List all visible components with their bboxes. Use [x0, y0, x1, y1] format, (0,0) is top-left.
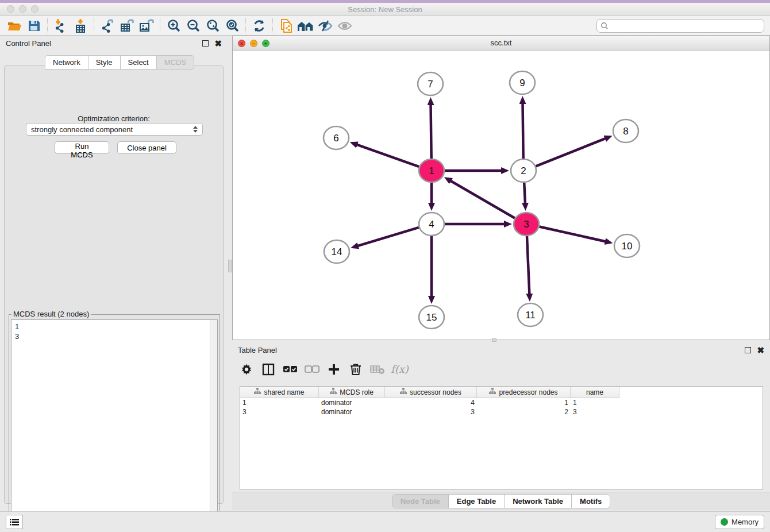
tab-edge-table[interactable]: Edge Table — [449, 495, 505, 508]
select-all-checks-button[interactable] — [280, 360, 300, 380]
cell-predecessor-nodes[interactable]: 2 — [477, 408, 571, 416]
table-row[interactable]: 1dominator411 — [240, 398, 763, 407]
graph-edge-2-3[interactable] — [524, 183, 525, 205]
tab-select[interactable]: Select — [120, 55, 156, 70]
tab-network-table[interactable]: Network Table — [505, 495, 572, 508]
float-panel-icon[interactable] — [202, 40, 209, 47]
zoom-out-button[interactable] — [183, 17, 203, 34]
node-label: 9 — [519, 78, 525, 88]
graph-edge-2-8[interactable] — [536, 138, 607, 167]
tab-node-table[interactable]: Node Table — [392, 495, 449, 508]
close-panel-icon[interactable]: ✖ — [214, 40, 222, 47]
zoom-in-button[interactable] — [164, 17, 183, 34]
graph-edge-1-6[interactable] — [355, 144, 419, 167]
result-scrollbar[interactable] — [210, 320, 217, 529]
graph-node-10[interactable]: 10 — [614, 234, 640, 257]
apply-layout-icon — [252, 19, 266, 33]
memory-button[interactable]: Memory — [715, 515, 764, 529]
cell-MCDS-role[interactable]: dominator — [319, 408, 385, 416]
column-header-name[interactable]: name — [571, 387, 619, 398]
cell-shared-name[interactable]: 1 — [240, 399, 319, 407]
control-panel-tabs: NetworkStyleSelectMCDS — [45, 55, 194, 70]
cell-shared-name[interactable]: 3 — [240, 408, 319, 416]
zoom-fit-button[interactable] — [203, 17, 222, 34]
graph-node-8[interactable]: 8 — [613, 119, 638, 142]
cell-name[interactable]: 3 — [571, 408, 619, 416]
clear-checks-button[interactable] — [302, 360, 322, 380]
search-input[interactable] — [609, 20, 764, 32]
mcds-result-textarea[interactable]: 1 3 — [11, 319, 218, 529]
graph-node-15[interactable]: 15 — [419, 306, 444, 329]
column-label: shared name — [264, 388, 304, 396]
zoom-selected-button[interactable] — [222, 17, 242, 34]
graph-node-11[interactable]: 11 — [518, 303, 543, 326]
node-table[interactable]: shared nameMCDS rolesuccessor nodesprede… — [240, 386, 763, 489]
hide-panels-button[interactable] — [315, 17, 335, 34]
export-table-button[interactable] — [117, 17, 137, 34]
toolbar-separator — [272, 18, 273, 33]
cell-name[interactable]: 1 — [571, 399, 619, 407]
apply-layout-button[interactable] — [249, 17, 269, 34]
graph-node-6[interactable]: 6 — [324, 126, 349, 149]
graph-node-2[interactable]: 2 — [511, 159, 536, 182]
network-graph: 7968124314101511 — [233, 51, 769, 340]
columns-button[interactable] — [259, 360, 278, 380]
close-panel-button[interactable]: Close panel — [117, 141, 176, 154]
control-panel-title: Control Panel — [6, 39, 202, 48]
task-history-button[interactable] — [6, 515, 23, 529]
vertical-splitter[interactable] — [228, 36, 232, 511]
graph-edge-2-9[interactable] — [523, 102, 523, 159]
column-header-shared-name[interactable]: shared name — [240, 387, 319, 398]
search-field[interactable] — [596, 19, 764, 33]
graph-node-3[interactable]: 3 — [514, 213, 539, 236]
search-icon — [600, 22, 609, 30]
cell-MCDS-role[interactable]: dominator — [319, 399, 385, 407]
graph-edge-3-1[interactable] — [449, 180, 515, 218]
table-close-panel-icon[interactable]: ✖ — [757, 347, 764, 353]
first-neighbors-button[interactable] — [296, 17, 315, 34]
graph-edge-3-10[interactable] — [540, 227, 607, 242]
tab-motifs[interactable]: Motifs — [572, 495, 610, 508]
import-network-button[interactable] — [51, 17, 71, 34]
export-network-button[interactable] — [98, 17, 117, 34]
delete-row-icon — [350, 363, 361, 377]
show-graphics-details-button[interactable] — [335, 17, 355, 34]
graph-edge-4-14[interactable] — [356, 228, 419, 246]
graph-edge-1-7[interactable] — [431, 103, 432, 159]
tab-style[interactable]: Style — [88, 55, 120, 70]
tab-network[interactable]: Network — [45, 55, 88, 70]
open-session-button[interactable] — [5, 17, 24, 34]
node-label: 4 — [429, 219, 434, 230]
table-toolbar: f(x) — [237, 357, 409, 383]
network-canvas[interactable]: 7968124314101511 — [233, 51, 769, 340]
gear-button[interactable] — [237, 360, 256, 380]
column-header-predecessor-nodes[interactable]: predecessor nodes — [477, 387, 571, 398]
export-image-button[interactable] — [137, 17, 156, 34]
column-header-successor-nodes[interactable]: successor nodes — [385, 387, 477, 398]
graph-node-9[interactable]: 9 — [510, 71, 535, 94]
cell-successor-nodes[interactable]: 3 — [385, 408, 477, 416]
app-titlebar: Session: New Session — [0, 3, 770, 16]
horizontal-splitter-handle[interactable] — [492, 338, 496, 342]
graph-node-1[interactable]: 1 — [419, 159, 444, 182]
vertical-splitter-handle[interactable] — [228, 260, 232, 272]
tab-mcds[interactable]: MCDS — [156, 55, 194, 70]
run-mcds-button[interactable]: Run MCDS — [55, 141, 109, 154]
status-bar: Memory — [0, 511, 770, 532]
graph-node-14[interactable]: 14 — [324, 240, 349, 263]
import-table-button[interactable] — [71, 17, 90, 34]
optimization-criterion-dropdown[interactable]: strongly connected component — [26, 123, 203, 136]
delete-row-button[interactable] — [346, 360, 365, 380]
add-row-button[interactable] — [324, 360, 344, 380]
graph-node-4[interactable]: 4 — [419, 213, 444, 236]
cell-predecessor-nodes[interactable]: 1 — [477, 399, 571, 407]
save-session-button[interactable] — [24, 17, 44, 34]
table-row[interactable]: 3dominator323 — [240, 407, 763, 417]
node-label: 11 — [525, 310, 536, 321]
column-header-MCDS-role[interactable]: MCDS role — [319, 387, 385, 398]
graph-edge-3-11[interactable] — [527, 236, 530, 296]
duplicate-network-button[interactable] — [276, 17, 296, 34]
graph-node-7[interactable]: 7 — [418, 72, 443, 95]
table-float-panel-icon[interactable] — [745, 347, 751, 353]
cell-successor-nodes[interactable]: 4 — [385, 399, 477, 407]
